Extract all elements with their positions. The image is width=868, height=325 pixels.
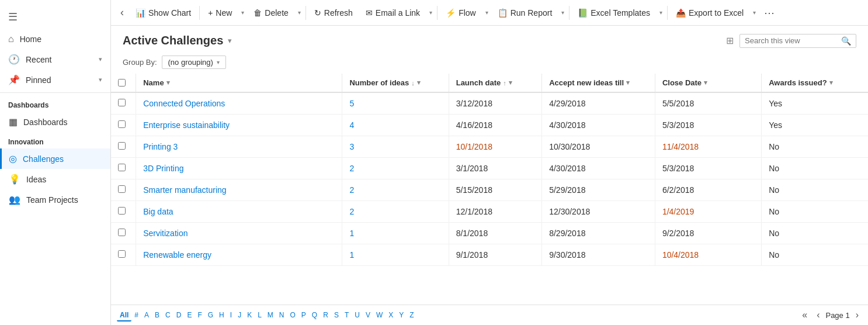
alpha-char-g[interactable]: G	[205, 310, 216, 320]
row-checkbox-cell[interactable]	[111, 201, 136, 223]
row-name[interactable]: Printing 3	[136, 136, 342, 158]
run-report-button[interactable]: 📋 Run Report	[492, 5, 558, 21]
row-checkbox-cell[interactable]	[111, 244, 136, 266]
select-all-checkbox[interactable]	[118, 79, 126, 87]
back-button[interactable]: ‹	[116, 4, 129, 21]
delete-dropdown-chevron[interactable]: ▾	[296, 6, 303, 19]
alpha-char-q[interactable]: Q	[309, 310, 320, 320]
alpha-char-h[interactable]: H	[216, 310, 227, 320]
sidebar-item-recent[interactable]: 🕐 Recent ▾	[0, 49, 110, 70]
alpha-char-m[interactable]: M	[265, 310, 276, 320]
alpha-char-j[interactable]: J	[235, 310, 244, 320]
first-page-button[interactable]: «	[798, 309, 811, 321]
alpha-char-e[interactable]: E	[184, 310, 195, 320]
alpha-char-c[interactable]: C	[162, 310, 173, 320]
sidebar-item-ideas[interactable]: 💡 Ideas	[0, 169, 110, 189]
sidebar-item-pinned[interactable]: 📌 Pinned ▾	[0, 70, 110, 90]
search-icon[interactable]: 🔍	[841, 36, 851, 46]
hamburger-icon[interactable]: ☰	[0, 5, 110, 29]
row-name[interactable]: Smarter manufacturing	[136, 179, 342, 201]
alpha-char-#[interactable]: #	[131, 310, 141, 320]
excel-templates-button[interactable]: 📗 Excel Templates	[572, 5, 656, 21]
row-name[interactable]: Servitization	[136, 223, 342, 244]
alpha-char-f[interactable]: F	[195, 310, 204, 320]
export-dropdown-chevron[interactable]: ▾	[751, 6, 758, 19]
search-input[interactable]	[745, 36, 841, 45]
group-by-selector[interactable]: (no grouping) ▾	[162, 56, 226, 69]
alpha-char-d[interactable]: D	[173, 310, 185, 320]
row-checkbox-cell[interactable]	[111, 115, 136, 136]
alpha-char-r[interactable]: R	[320, 310, 331, 320]
row-checkbox-cell[interactable]	[111, 92, 136, 115]
row-checkbox-cell[interactable]	[111, 158, 136, 179]
new-button[interactable]: + New	[202, 5, 238, 21]
ideas-sort-icon[interactable]: ↓	[411, 79, 415, 87]
run-report-dropdown-chevron[interactable]: ▾	[559, 6, 567, 19]
row-name[interactable]: Big data	[136, 201, 342, 223]
alpha-char-u[interactable]: U	[352, 310, 363, 320]
row-checkbox-cell[interactable]	[111, 136, 136, 158]
row-name[interactable]: Renewable energy	[136, 244, 342, 266]
alpha-char-i[interactable]: I	[227, 310, 235, 320]
row-checkbox[interactable]	[118, 185, 126, 193]
row-checkbox[interactable]	[118, 229, 126, 236]
row-checkbox[interactable]	[118, 207, 126, 215]
show-chart-button[interactable]: 📊 Show Chart	[130, 5, 197, 21]
awards-filter-icon[interactable]: ▾	[829, 79, 833, 87]
row-name[interactable]: Enterprise sustainability	[136, 115, 342, 136]
row-name[interactable]: Connected Operations	[136, 92, 342, 115]
name-sort-icon[interactable]: ▾	[166, 79, 170, 87]
th-checkbox[interactable]	[111, 74, 136, 92]
alpha-char-all[interactable]: All	[117, 310, 131, 321]
alpha-char-w[interactable]: W	[373, 310, 386, 320]
row-checkbox[interactable]	[118, 99, 126, 106]
prev-page-button[interactable]: ‹	[813, 309, 823, 321]
email-link-button[interactable]: ✉ Email a Link	[360, 5, 426, 21]
pinned-icon: 📌	[8, 74, 20, 85]
alpha-char-l[interactable]: L	[255, 310, 265, 320]
more-options-icon[interactable]: ⋯	[759, 4, 779, 22]
next-page-button[interactable]: ›	[852, 309, 862, 321]
alpha-char-z[interactable]: Z	[407, 310, 416, 320]
row-launch: 12/1/2018	[449, 201, 542, 223]
flow-dropdown-chevron[interactable]: ▾	[483, 6, 491, 19]
flow-button[interactable]: ⚡ Flow	[440, 5, 482, 21]
row-checkbox[interactable]	[118, 142, 126, 150]
alpha-char-p[interactable]: P	[298, 310, 309, 320]
alpha-char-n[interactable]: N	[276, 310, 287, 320]
ideas-filter-icon[interactable]: ▾	[417, 79, 421, 87]
group-by-value: (no grouping)	[168, 58, 213, 67]
alpha-char-y[interactable]: Y	[396, 310, 407, 320]
new-dropdown-chevron[interactable]: ▾	[239, 6, 246, 19]
delete-button[interactable]: 🗑 Delete	[248, 5, 294, 21]
alpha-char-a[interactable]: A	[141, 310, 152, 320]
filter-icon[interactable]: ⊞	[724, 33, 736, 49]
row-checkbox[interactable]	[118, 250, 126, 258]
excel-templates-dropdown-chevron[interactable]: ▾	[657, 6, 665, 19]
alpha-char-t[interactable]: T	[342, 310, 352, 320]
row-checkbox-cell[interactable]	[111, 223, 136, 244]
row-name[interactable]: 3D Printing	[136, 158, 342, 179]
row-checkbox[interactable]	[118, 120, 126, 128]
launch-filter-icon[interactable]: ▾	[509, 79, 512, 87]
alpha-char-b[interactable]: B	[152, 310, 162, 320]
sidebar-item-challenges[interactable]: ◎ Challenges	[0, 148, 110, 169]
refresh-button[interactable]: ↻ Refresh	[308, 5, 359, 21]
row-checkbox[interactable]	[118, 164, 126, 171]
alpha-char-k[interactable]: K	[244, 310, 255, 320]
accept-filter-icon[interactable]: ▾	[626, 79, 630, 87]
sidebar-item-team-projects[interactable]: 👥 Team Projects	[0, 189, 110, 210]
launch-sort-icon[interactable]: ↑	[503, 79, 506, 87]
alpha-char-o[interactable]: O	[287, 310, 298, 320]
alpha-char-x[interactable]: X	[386, 310, 396, 320]
alpha-char-s[interactable]: S	[331, 310, 342, 320]
search-box[interactable]: 🔍	[739, 34, 856, 48]
row-checkbox-cell[interactable]	[111, 179, 136, 201]
email-dropdown-chevron[interactable]: ▾	[427, 6, 435, 19]
close-filter-icon[interactable]: ▾	[704, 79, 707, 87]
sidebar-item-dashboards[interactable]: ▦ Dashboards	[0, 112, 110, 132]
sidebar-item-home[interactable]: ⌂ Home	[0, 29, 110, 49]
export-excel-button[interactable]: 📤 Export to Excel	[670, 5, 749, 21]
page-title-chevron-icon[interactable]: ▾	[228, 36, 232, 45]
alpha-char-v[interactable]: V	[363, 310, 373, 320]
